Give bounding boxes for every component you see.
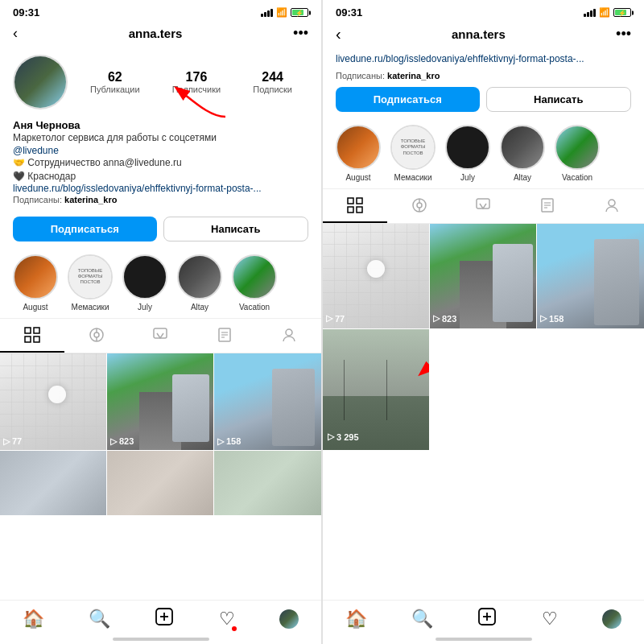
nav-avatar-right[interactable] [602,609,621,629]
story-label-vac-right: Vacation [562,173,592,182]
story-mem-left[interactable]: ТОПОВЫЕ ФОРМАТЫ ПОСТОВ Мемасики [68,254,113,312]
sc-mem-text: ТОПОВЫЕ ФОРМАТЫ ПОСТОВ [69,256,111,298]
svg-rect-0 [25,328,31,333]
nav-add-right[interactable] [477,607,497,631]
message-button-right[interactable]: Написать [486,87,632,112]
nav-add-left[interactable] [155,607,174,631]
grid-cell-6-left[interactable] [214,451,321,515]
signal-bar-2 [264,12,266,17]
nav-heart-left[interactable]: ♡ [219,609,235,630]
grid-left: ▷ 77 ▷ 823 ▷ 158 [0,353,321,515]
svg-point-22 [417,203,422,208]
battery-bolt-right: ⚡ [618,9,626,16]
add-icon-left [155,607,174,626]
grid-cell-3-left[interactable]: ▷ 158 [214,353,321,451]
bio-link1-left[interactable]: @livedune [13,145,308,156]
tab-grid-left[interactable] [0,319,64,353]
grid-cell-4-left[interactable] [0,451,107,515]
svg-rect-18 [357,198,362,204]
grid-cell-1-left[interactable]: ▷ 77 [0,353,107,451]
home-indicator-left [113,638,209,641]
people-icon-right [604,197,620,213]
story-label-alt-right: Altay [514,173,531,182]
status-bar-right: 09:31 📶 ⚡ [323,0,644,22]
nav-search-left[interactable]: 🔍 [89,609,110,630]
story-alt-left[interactable]: Altay [177,254,222,312]
svg-rect-2 [25,336,31,342]
sc-mem-text-right: ТОПОВЫЕ ФОРМАТЫ ПОСТОВ [392,126,434,168]
story-circle-aug-right [336,125,381,170]
more-icon-left[interactable]: ••• [293,25,308,42]
story-august-right[interactable]: August [336,125,381,182]
stat-followers-num: 176 [186,70,208,85]
subscribed-right: Подписаны: katerina_kro [323,68,644,84]
svg-rect-19 [348,207,353,213]
story-vac-left[interactable]: Vacation [232,254,277,312]
reels-icon-right [411,197,427,213]
tab-grid-right[interactable] [323,189,387,223]
signal-bar-4 [270,9,273,17]
nav-search-right[interactable]: 🔍 [411,609,433,630]
avatar-left[interactable] [13,55,68,109]
story-circle-jul-right [445,125,490,170]
nav-home-right[interactable]: 🏠 [345,609,367,630]
header-left: ‹ anna.ters ••• [0,22,321,48]
story-alt-right[interactable]: Altay [500,125,545,182]
grid-count-r4: ▷ 3 295 [328,431,359,442]
grid-cell-r3[interactable]: ▷ 158 [537,224,644,329]
grid-cell-r2[interactable]: ▷ 823 [430,224,537,329]
grid-cell-5-left[interactable] [107,451,214,515]
bio-left: Аня Чернова Маркетолог сервиса для работ… [0,116,321,213]
more-icon-right[interactable]: ••• [616,26,631,43]
tab-people-right[interactable] [580,189,644,223]
nav-heart-right[interactable]: ♡ [542,609,558,630]
username-left: anna.ters [18,27,293,40]
tab-reels-right[interactable] [387,189,452,223]
grid-count-3-left: ▷ 158 [217,436,241,447]
message-button-left[interactable]: Написать [163,217,309,242]
tab-guide-right[interactable] [515,189,580,223]
grid-icon-right [347,197,363,213]
grid-cell-r1[interactable]: ▷ 77 [323,224,430,329]
story-mem-right[interactable]: ТОПОВЫЕ ФОРМАТЫ ПОСТОВ Мемасики [390,125,436,182]
tagged-icon-left [152,327,168,343]
nav-avatar-left[interactable] [279,609,299,629]
subscribed-user-right[interactable]: katerina_kro [387,71,440,80]
story-vac-right[interactable]: Vacation [555,125,600,182]
back-icon-right[interactable]: ‹ [336,25,341,43]
subscribe-button-left[interactable]: Подписаться [13,217,157,242]
story-jul-right[interactable]: July [445,125,490,182]
story-label-jul-right: July [460,173,475,182]
tab-tagged-right[interactable] [452,189,516,223]
grid-cell-r4[interactable]: ▷ 3 295 [323,329,430,450]
subscribe-button-right[interactable]: Подписаться [336,87,480,112]
story-label-mem-right: Мемасики [394,173,432,182]
bio-link2-left[interactable]: livedune.ru/blog/issledovaniya/ehffektiv… [13,183,308,194]
svg-rect-25 [477,199,489,208]
nav-home-left[interactable]: 🏠 [23,609,44,630]
avatar-img-left [14,56,66,108]
reels-icon-left [89,327,105,343]
bio-subscribed-left: Подписаны: katerina_kro [13,194,308,206]
play-icon-r4: ▷ [328,431,334,442]
play-icon-r3: ▷ [540,313,547,324]
subscribed-user-left[interactable]: katerina_kro [64,195,117,204]
story-jul-left[interactable]: July [122,254,167,312]
stories-left: August ТОПОВЫЕ ФОРМАТЫ ПОСТОВ Мемасики J… [0,248,321,318]
story-august-left[interactable]: August [13,254,58,312]
battery-bolt-left: ⚡ [295,9,303,16]
grid-cell-2-left[interactable]: ▷ 823 [107,353,214,451]
nav-notification-dot-left [232,626,237,631]
status-bar-left: 09:31 📶 ⚡ [0,0,321,22]
tab-reels-left[interactable] [64,319,129,353]
tab-tagged-left[interactable] [129,319,193,353]
signal-bar-r1 [584,14,586,17]
tab-people-left[interactable] [257,319,321,353]
svg-point-5 [94,332,99,337]
stat-following-label: Подписки [253,85,292,94]
bio-link-right[interactable]: livedune.ru/blog/issledovaniya/ehffektiv… [336,53,584,64]
stat-publications: 62 Публикации [90,70,140,94]
tab-guide-left[interactable] [192,319,257,353]
signal-bar-r2 [587,12,589,17]
grid-count-r3: ▷ 158 [540,313,564,324]
